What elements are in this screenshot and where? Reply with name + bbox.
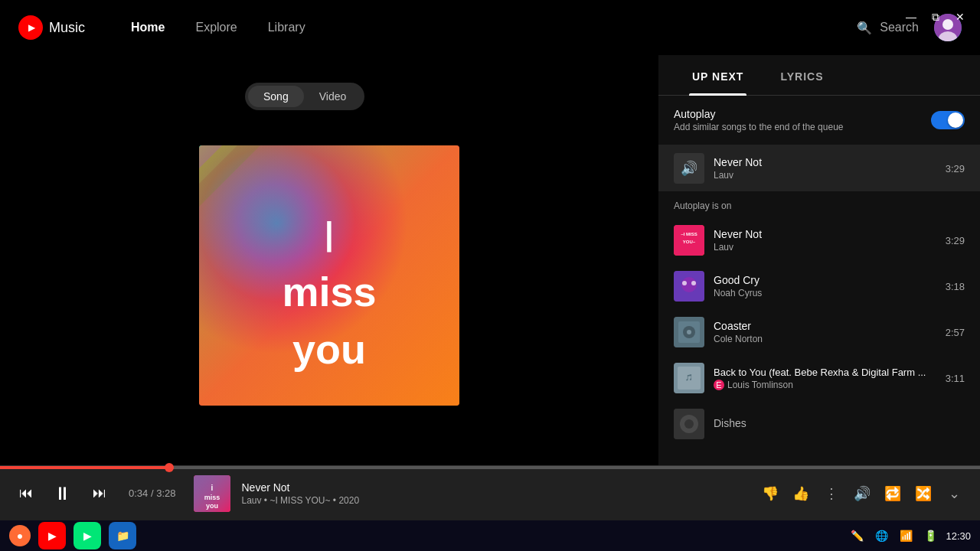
svg-point-17 (691, 281, 696, 285)
nav-explore[interactable]: Explore (195, 21, 237, 34)
nav-links: Home Explore Library (131, 21, 857, 34)
time-display: 0:34 / 3:28 (129, 487, 175, 499)
left-panel: | miss you (0, 55, 658, 465)
queue-current-title: Never Not (714, 156, 936, 168)
tray-icon-wifi[interactable]: 📶 (897, 527, 915, 545)
track-name: Never Not (241, 481, 359, 494)
queue-current-info: Never Not Lauv (714, 156, 936, 181)
right-panel: UP NEXT LYRICS Autoplay Add similar song… (658, 55, 980, 465)
sound-icon: 🔊 (681, 160, 697, 177)
player-bar: ⏮ ⏸ ⏭ 0:34 / 3:28 (0, 465, 980, 520)
mode-toggle: Song Video (245, 83, 364, 110)
pause-button[interactable]: ⏸ (49, 480, 77, 507)
queue-current-duration: 3:29 (946, 163, 965, 174)
queue-item-3[interactable]: 🎵 Back to You (feat. Bebe Rexha & Digita… (658, 355, 980, 401)
tray-app-files[interactable]: 📁 (109, 522, 136, 549)
tab-up-next[interactable]: UP NEXT (674, 55, 762, 95)
like-button[interactable]: 👍 (787, 480, 815, 507)
tray-app-play[interactable]: ▶ (74, 522, 101, 549)
svg-text:YOU~: YOU~ (683, 240, 696, 244)
queue-title-0: Never Not (714, 228, 936, 240)
queue-info-1: Good Cry Noah Cyrus (714, 274, 936, 298)
volume-button[interactable]: 🔊 (848, 480, 876, 507)
song-mode-button[interactable]: Song (248, 86, 304, 107)
total-time: 3:28 (156, 487, 175, 499)
autoplay-title: Autoplay (674, 108, 843, 120)
tray-left: ● ▶ ▶ 📁 (9, 522, 136, 549)
queue-title-2: Coaster (714, 320, 936, 332)
tray-icon-network[interactable]: 🌐 (872, 527, 890, 545)
autoplay-toggle[interactable] (931, 111, 965, 129)
dislike-button[interactable]: 👎 (756, 480, 784, 507)
tray-icon-battery[interactable]: 🔋 (921, 527, 939, 545)
svg-text:you: you (206, 502, 218, 510)
queue-thumb-1 (674, 271, 704, 302)
svg-point-21 (687, 330, 691, 334)
queue-duration-0: 3:29 (946, 235, 965, 246)
autoplay-text: Autoplay Add similar songs to the end of… (674, 108, 843, 132)
nav-library[interactable]: Library (268, 21, 305, 34)
logo[interactable]: Music (18, 15, 85, 40)
queue-thumb-4 (674, 409, 704, 439)
track-thumb-art: i miss you (194, 475, 230, 512)
queue-info-3: Back to You (feat. Bebe Rexha & Digital … (714, 367, 936, 390)
collapse-button[interactable]: ⌄ (940, 480, 968, 507)
queue-info-0: Never Not Lauv (714, 228, 936, 253)
svg-text:|: | (325, 216, 334, 253)
svg-text:miss: miss (204, 494, 220, 501)
top-navigation: Music Home Explore Library 🔍 Search (0, 0, 980, 55)
queue-item-1[interactable]: Good Cry Noah Cyrus 3:18 (658, 263, 980, 309)
tray-icon-pencil[interactable]: ✏️ (848, 527, 866, 545)
queue-duration-3: 3:11 (946, 373, 965, 384)
queue-thumb-0: ~I MISS YOU~ (674, 225, 704, 256)
previous-button[interactable]: ⏮ (12, 480, 40, 507)
repeat-button[interactable]: 🔁 (879, 480, 906, 507)
maximize-button[interactable]: ⧉ (925, 6, 946, 28)
queue-item-0[interactable]: ~I MISS YOU~ Never Not Lauv 3:29 (658, 217, 980, 263)
progress-bar[interactable] (0, 466, 980, 469)
track-thumbnail: i miss you (194, 475, 230, 512)
tab-lyrics[interactable]: LYRICS (762, 55, 841, 95)
next-button[interactable]: ⏭ (86, 480, 113, 507)
queue-title-3: Back to You (feat. Bebe Rexha & Digital … (714, 367, 936, 378)
queue-thumb-2 (674, 317, 704, 347)
autoplay-on-label: Autoplay is on (658, 191, 980, 217)
player-controls: ⏮ ⏸ ⏭ (12, 480, 113, 507)
tray-right: ✏️ 🌐 📶 🔋 12:30 (848, 527, 971, 545)
svg-point-27 (684, 419, 694, 429)
queue-duration-1: 3:18 (946, 281, 965, 292)
search-icon: 🔍 (857, 21, 872, 35)
progress-fill (0, 466, 169, 469)
album-art: | miss you (199, 145, 459, 406)
queue-current-item[interactable]: 🔊 Never Not Lauv 3:29 (658, 145, 980, 191)
more-button[interactable]: ⋮ (818, 480, 845, 507)
queue-info-4: Dishes (714, 417, 965, 431)
track-info: i miss you Never Not Lauv • ~I MISS YOU~… (194, 475, 738, 512)
queue-artist-2: Cole Norton (714, 334, 936, 344)
svg-text:~I MISS: ~I MISS (681, 232, 697, 236)
minimize-button[interactable]: — (900, 6, 922, 28)
queue-item-2[interactable]: Coaster Cole Norton 2:57 (658, 309, 980, 355)
queue-list: ~I MISS YOU~ Never Not Lauv 3:29 (658, 217, 980, 465)
close-button[interactable]: ✕ (949, 6, 971, 28)
queue-title-1: Good Cry (714, 274, 936, 286)
queue-current-thumb: 🔊 (674, 153, 704, 184)
queue-current-artist: Lauv (714, 170, 936, 181)
track-details: Never Not Lauv • ~I MISS YOU~ • 2020 (241, 481, 359, 506)
track-meta: Lauv • ~I MISS YOU~ • 2020 (241, 495, 359, 506)
explicit-badge: E (714, 380, 724, 390)
nav-home[interactable]: Home (131, 21, 165, 34)
tray-dot[interactable]: ● (9, 525, 31, 546)
shuffle-button[interactable]: 🔀 (910, 480, 937, 507)
queue-artist-label-3: Louis Tomlinson (727, 380, 793, 390)
queue-artist-0: Lauv (714, 242, 936, 253)
queue-item-4[interactable]: Dishes (658, 401, 980, 447)
youtube-music-logo-icon (18, 15, 43, 40)
svg-point-16 (682, 281, 687, 285)
svg-text:you: you (292, 326, 366, 372)
video-mode-button[interactable]: Video (304, 86, 362, 107)
panel-tabs: UP NEXT LYRICS (658, 55, 980, 96)
autoplay-description: Add similar songs to the end of the queu… (674, 122, 843, 132)
tray-app-youtube-music[interactable]: ▶ (38, 522, 66, 549)
title-bar: — ⧉ ✕ (891, 0, 980, 34)
